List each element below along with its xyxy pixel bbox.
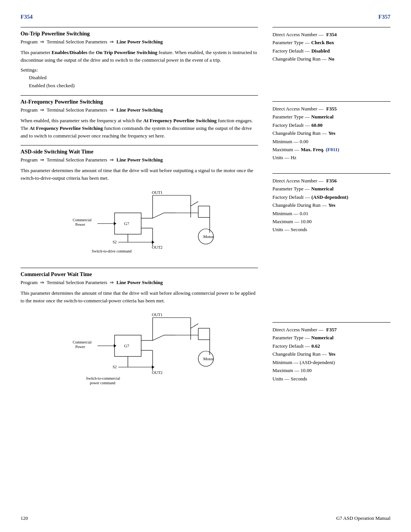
section-asd-side-breadcrumb: Program ⇒ Terminal Selection Parameters … bbox=[21, 157, 258, 163]
breadcrumb-arrow-3: ⇒ bbox=[40, 107, 44, 113]
info-minimum-label-2: Minimum — 0.00 bbox=[272, 137, 308, 145]
breadcrumb-arrow-1: ⇒ bbox=[40, 39, 44, 45]
spacer-2 bbox=[272, 162, 390, 173]
info-param-type-value-4: Numerical bbox=[311, 334, 333, 342]
svg-marker-42 bbox=[114, 344, 116, 347]
header-left: F354 bbox=[21, 14, 33, 20]
section-on-trip-title: On-Trip Powerline Switching bbox=[21, 30, 258, 37]
info-units-commercial-power: Units — Seconds bbox=[272, 375, 390, 383]
info-changeable-label-3: Changeable During Run — bbox=[272, 201, 327, 209]
svg-marker-53 bbox=[152, 366, 155, 369]
info-units-label-2: Units — Hz bbox=[272, 153, 296, 161]
svg-text:S2: S2 bbox=[113, 240, 117, 244]
info-param-type-label-1: Parameter Type — bbox=[272, 38, 310, 46]
svg-marker-13 bbox=[114, 222, 116, 225]
content-area: On-Trip Powerline Switching Program ⇒ Te… bbox=[21, 27, 390, 398]
svg-line-32 bbox=[191, 324, 198, 328]
info-changeable-asd-side: Changeable During Run — Yes bbox=[272, 201, 390, 209]
info-changeable-value-4: Yes bbox=[328, 350, 336, 358]
breadcrumb-arrow-2: ⇒ bbox=[110, 39, 114, 45]
info-changeable-label-4: Changeable During Run — bbox=[272, 350, 327, 358]
info-minimum-asd-side: Minimum — 0.01 bbox=[272, 209, 390, 217]
footer-manual-title: G7 ASD Operation Manual bbox=[336, 515, 390, 521]
svg-text:OUT1: OUT1 bbox=[152, 312, 162, 317]
section-commercial-power-body: This parameter determines the amount of … bbox=[21, 289, 258, 305]
section-commercial-power-breadcrumb: Program ⇒ Terminal Selection Parameters … bbox=[21, 280, 258, 286]
breadcrumb-arrow-6: ⇒ bbox=[110, 157, 114, 163]
section-asd-side: ASD-side Switching Wait Time Program ⇒ T… bbox=[21, 145, 258, 263]
svg-text:Power: Power bbox=[75, 222, 85, 227]
page-header: F354 F357 bbox=[21, 14, 390, 20]
breadcrumb-arrow-4: ⇒ bbox=[110, 107, 114, 113]
info-block-on-trip: Direct Access Number — F354 Parameter Ty… bbox=[272, 27, 390, 63]
settings-label-on-trip: Settings: bbox=[21, 67, 258, 73]
section-commercial-power-title: Commercial Power Wait Time bbox=[21, 271, 258, 278]
svg-text:Commercial: Commercial bbox=[73, 218, 92, 222]
breadcrumb-arrow-8: ⇒ bbox=[110, 280, 114, 285]
info-maximum-asd-side: Maximum — 10.00 bbox=[272, 217, 390, 225]
info-param-type-label-3: Parameter Type — bbox=[272, 185, 310, 193]
info-factory-default-value-3: (ASD-dependent) bbox=[311, 193, 348, 201]
svg-text:G7: G7 bbox=[124, 343, 129, 348]
info-units-asd-side: Units — Seconds bbox=[272, 225, 390, 233]
info-units-label-4: Units — Seconds bbox=[272, 375, 307, 383]
diagram-commercial: OUT1 Motor Commercial Power bbox=[21, 309, 258, 393]
info-maximum-link-2[interactable]: (F011) bbox=[326, 145, 339, 153]
diagram-drive-svg: OUT1 Motor bbox=[57, 187, 221, 263]
info-direct-access-value-4: F357 bbox=[325, 326, 337, 334]
breadcrumb-arrow-7: ⇒ bbox=[40, 280, 44, 285]
info-param-type-label-4: Parameter Type — bbox=[272, 334, 310, 342]
svg-text:power command: power command bbox=[90, 381, 115, 385]
section-asd-side-title: ASD-side Switching Wait Time bbox=[21, 149, 258, 155]
info-factory-default-at-frequency: Factory Default — 60.00 bbox=[272, 121, 390, 129]
info-param-type-at-frequency: Parameter Type — Numerical bbox=[272, 113, 390, 121]
info-minimum-commercial-power: Minimum — (ASD-dependent) bbox=[272, 358, 390, 366]
info-direct-access-asd-side: Direct Access Number — F356 bbox=[272, 177, 390, 185]
info-units-label-3: Units — Seconds bbox=[272, 225, 307, 233]
spacer-3 bbox=[272, 234, 390, 322]
info-factory-default-label-3: Factory Default — bbox=[272, 193, 310, 201]
info-block-commercial-power: Direct Access Number — F357 Parameter Ty… bbox=[272, 322, 390, 383]
info-factory-default-label-2: Factory Default — bbox=[272, 121, 310, 129]
svg-line-48 bbox=[153, 335, 164, 340]
svg-text:OUT1: OUT1 bbox=[152, 190, 162, 195]
info-changeable-value-3: Yes bbox=[328, 201, 336, 209]
info-maximum-label-4: Maximum — 10.00 bbox=[272, 366, 312, 374]
info-factory-default-commercial-power: Factory Default — 0.62 bbox=[272, 342, 390, 350]
info-changeable-label-1: Changeable During Run — bbox=[272, 55, 327, 63]
info-direct-access-label-2: Direct Access Number — bbox=[272, 105, 323, 113]
info-minimum-label-4: Minimum — (ASD-dependent) bbox=[272, 358, 335, 366]
info-maximum-at-frequency: Maximum — Max. Freq. (F011) bbox=[272, 145, 390, 153]
page: F354 F357 On-Trip Powerline Switching Pr… bbox=[0, 0, 411, 532]
info-factory-default-label-1: Factory Default — bbox=[272, 47, 310, 55]
info-factory-default-asd-side: Factory Default — (ASD-dependent) bbox=[272, 193, 390, 201]
svg-text:Switch-to-drive command: Switch-to-drive command bbox=[92, 249, 132, 253]
section-at-frequency-title: At-Frequency Powerline Switching bbox=[21, 99, 258, 105]
section-on-trip-breadcrumb: Program ⇒ Terminal Selection Parameters … bbox=[21, 39, 258, 45]
info-param-type-value-2: Numerical bbox=[311, 113, 333, 121]
svg-line-19 bbox=[153, 213, 164, 218]
footer-page-number: 120 bbox=[21, 515, 28, 521]
info-direct-access-label: Direct Access Number — bbox=[272, 30, 323, 38]
section-at-frequency-breadcrumb: Program ⇒ Terminal Selection Parameters … bbox=[21, 107, 258, 113]
info-block-at-frequency: Direct Access Number — F355 Parameter Ty… bbox=[272, 101, 390, 162]
info-maximum-label-3: Maximum — 10.00 bbox=[272, 217, 312, 225]
info-maximum-commercial-power: Maximum — 10.00 bbox=[272, 366, 390, 374]
info-direct-access-value-on-trip: F354 bbox=[325, 30, 337, 38]
info-param-type-label-2: Parameter Type — bbox=[272, 113, 310, 121]
section-on-trip: On-Trip Powerline Switching Program ⇒ Te… bbox=[21, 27, 258, 90]
info-maximum-label-2: Maximum — bbox=[272, 145, 299, 153]
diagram-commercial-svg: OUT1 Motor Commercial Power bbox=[57, 309, 221, 393]
info-direct-access-commercial-power: Direct Access Number — F357 bbox=[272, 326, 390, 334]
section-on-trip-body: This parameter Enables/Disables the On T… bbox=[21, 49, 258, 64]
info-changeable-value-1: No bbox=[328, 55, 335, 63]
right-column: Direct Access Number — F354 Parameter Ty… bbox=[269, 27, 390, 398]
info-direct-access-at-frequency: Direct Access Number — F355 bbox=[272, 105, 390, 113]
svg-text:Switch-to-commercial: Switch-to-commercial bbox=[86, 376, 120, 380]
info-direct-access-value-2: F355 bbox=[325, 105, 337, 113]
info-direct-access-label-3: Direct Access Number — bbox=[272, 177, 323, 185]
info-changeable-commercial-power: Changeable During Run — Yes bbox=[272, 350, 390, 358]
svg-text:OUT2: OUT2 bbox=[152, 370, 162, 375]
section-asd-side-body: This parameter determines the amount of … bbox=[21, 167, 258, 182]
svg-text:Motor: Motor bbox=[203, 234, 214, 239]
